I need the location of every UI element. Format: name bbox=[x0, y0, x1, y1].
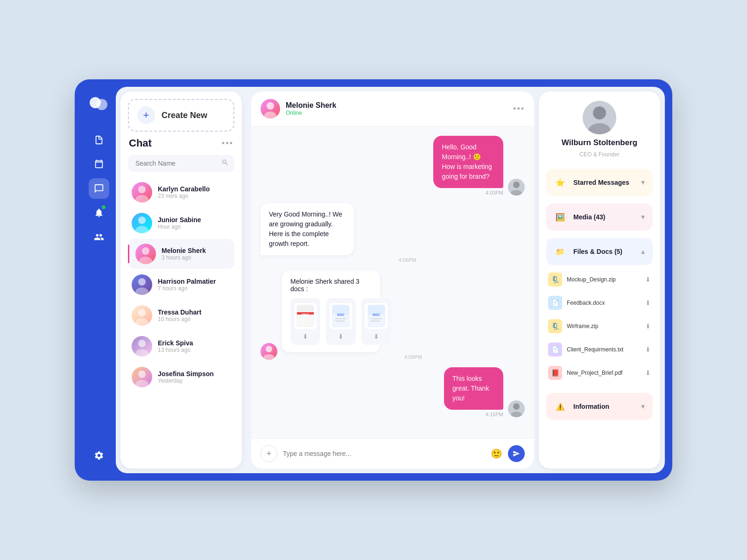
contact-item-tressa[interactable]: Tressa Duhart 10 hours ago bbox=[128, 301, 234, 330]
starred-chevron: ▼ bbox=[640, 179, 646, 186]
svg-point-18 bbox=[513, 182, 520, 188]
contact-info-melonie: Melonie Sherk 3 hours ago bbox=[162, 247, 231, 261]
file-download-client[interactable]: ⬇ bbox=[645, 346, 651, 353]
contact-item-junior[interactable]: Junior Sabine Hour ago bbox=[128, 208, 234, 238]
file-download-mockup[interactable]: ⬇ bbox=[645, 276, 651, 283]
contact-time-junior: Hour ago bbox=[158, 224, 231, 230]
media-icon: 🖼️ bbox=[553, 210, 568, 224]
message-time-4: 4:15PM bbox=[486, 412, 503, 417]
search-icon[interactable] bbox=[221, 159, 229, 168]
sender-avatar-3 bbox=[261, 343, 277, 360]
file-icon-client: 📄 bbox=[548, 343, 562, 357]
doc2-download-icon[interactable]: ⬇ bbox=[374, 333, 379, 340]
doc-file-doc2: DOC ⬇ bbox=[361, 298, 391, 345]
message-add-button[interactable]: + bbox=[261, 445, 277, 462]
svg-point-5 bbox=[135, 226, 148, 233]
file-name-feedback: Feedback.docx bbox=[567, 300, 641, 306]
file-icon-feedback: 📄 bbox=[548, 296, 562, 310]
message-row-3: Melonie Sherk shared 3 docs : bbox=[261, 270, 525, 360]
shared-docs-label: Melonie Sherk shared 3 docs : bbox=[290, 278, 372, 293]
svg-point-15 bbox=[135, 380, 148, 387]
svg-point-8 bbox=[138, 278, 146, 286]
shared-docs-time: 4:09PM bbox=[282, 354, 422, 360]
file-name-wireframe: Wirframe.zip bbox=[567, 323, 641, 329]
contact-name-erick: Erick Spiva bbox=[158, 339, 231, 347]
message-row-4: This looks great. Thank you! 4:15PM bbox=[261, 367, 525, 417]
message-bubble-1: Hello, Good Morning..! 🙂How is marketing… bbox=[433, 136, 503, 188]
svg-point-39 bbox=[588, 123, 611, 134]
svg-point-14 bbox=[138, 371, 146, 378]
app-logo[interactable] bbox=[89, 94, 109, 115]
sidebar-item-calendar[interactable] bbox=[89, 154, 109, 175]
chat-header-info: Melonie Sherk Online bbox=[286, 101, 513, 116]
sender-avatar-1 bbox=[508, 179, 525, 196]
contact-item-josefina[interactable]: Josefina Simpson Yesterday bbox=[128, 362, 234, 392]
chat-section-header: Chat ••• bbox=[128, 137, 234, 149]
message-time-2: 4:06PM bbox=[261, 257, 416, 263]
message-input[interactable] bbox=[283, 450, 485, 457]
svg-point-9 bbox=[135, 287, 148, 295]
file-download-wireframe[interactable]: ⬇ bbox=[645, 322, 651, 330]
message-row-2: Very Good Morning..! We are growing grad… bbox=[261, 203, 525, 263]
contact-info-junior: Junior Sabine Hour ago bbox=[158, 216, 231, 230]
profile-name: Wilburn Stoltenberg bbox=[562, 138, 637, 147]
contact-name-tressa: Tressa Duhart bbox=[158, 308, 231, 316]
message-input-area: + 🙂 bbox=[251, 438, 534, 469]
files-icon: 📁 bbox=[553, 244, 568, 259]
accordion-info-header[interactable]: ⚠️ Information ▼ bbox=[546, 393, 653, 420]
svg-point-36 bbox=[513, 403, 520, 410]
svg-point-3 bbox=[135, 195, 148, 203]
chat-header-avatar bbox=[261, 99, 280, 119]
file-item-mockup: 🗜️ Mockup_Design.zip ⬇ bbox=[546, 269, 653, 290]
accordion-files-header[interactable]: 📁 Files & Docs (5) ▲ bbox=[546, 238, 653, 265]
media-label: Media (43) bbox=[573, 213, 634, 221]
doc-files: PDF ⬇ bbox=[290, 298, 372, 345]
contact-time-erick: 13 hours ago bbox=[158, 347, 231, 353]
accordion-files: 📁 Files & Docs (5) ▲ 🗜️ Mockup_Design.zi… bbox=[546, 238, 653, 385]
contact-item-erick[interactable]: Erick Spiva 13 hours ago bbox=[128, 331, 234, 361]
chat-section-title: Chat bbox=[129, 137, 152, 149]
contact-item-melonie[interactable]: Melonie Sherk 3 hours ago bbox=[128, 239, 234, 269]
file-icon-brief: 📕 bbox=[548, 366, 562, 380]
chat-header-status: Online bbox=[286, 110, 513, 116]
doc-file-doc1: DOC ⬇ bbox=[326, 298, 356, 345]
file-download-feedback[interactable]: ⬇ bbox=[645, 299, 651, 307]
accordion-media-header[interactable]: 🖼️ Media (43) ▼ bbox=[546, 203, 653, 231]
svg-point-19 bbox=[511, 190, 522, 196]
info-label: Information bbox=[573, 403, 634, 410]
chat-menu-button[interactable]: ••• bbox=[222, 139, 233, 148]
sidebar-item-documents[interactable] bbox=[89, 130, 109, 150]
contact-time-tressa: 10 hours ago bbox=[158, 316, 231, 322]
contact-item-karlyn[interactable]: Karlyn Carabello 23 mins ago bbox=[128, 177, 234, 207]
contact-info-tressa: Tressa Duhart 10 hours ago bbox=[158, 308, 231, 322]
sidebar-item-chat[interactable] bbox=[89, 178, 109, 199]
sidebar-item-notifications[interactable] bbox=[89, 203, 109, 223]
active-indicator bbox=[128, 245, 129, 263]
chat-header-menu-button[interactable]: ••• bbox=[513, 104, 525, 114]
profile-avatar bbox=[583, 101, 616, 134]
accordion-info: ⚠️ Information ▼ bbox=[546, 393, 653, 420]
create-new-button[interactable]: + Create New bbox=[128, 99, 234, 132]
svg-point-20 bbox=[266, 346, 272, 352]
search-input[interactable] bbox=[128, 155, 234, 172]
accordion-starred-header[interactable]: ⭐ Starred Messages ▼ bbox=[546, 169, 653, 196]
send-button[interactable] bbox=[508, 445, 525, 462]
create-new-icon: + bbox=[137, 106, 155, 124]
profile-section: Wilburn Stoltenberg CEO & Founder bbox=[546, 101, 653, 161]
sidebar-item-groups[interactable] bbox=[89, 227, 109, 247]
svg-text:DOC: DOC bbox=[373, 313, 380, 316]
contact-name-junior: Junior Sabine bbox=[158, 216, 231, 224]
message-bubble-2: Very Good Morning..! We are growing grad… bbox=[261, 203, 354, 255]
contact-avatar-tressa bbox=[132, 305, 152, 326]
emoji-button[interactable]: 🙂 bbox=[491, 448, 502, 459]
svg-point-38 bbox=[593, 106, 606, 119]
contact-info-karlyn: Karlyn Carabello 23 mins ago bbox=[158, 185, 231, 199]
doc1-download-icon[interactable]: ⬇ bbox=[338, 333, 344, 340]
contact-item-harrison[interactable]: Harrison Palmatier 7 hours ago bbox=[128, 270, 234, 300]
search-container bbox=[128, 155, 234, 172]
sidebar-item-settings[interactable] bbox=[89, 445, 109, 466]
file-download-brief[interactable]: ⬇ bbox=[645, 369, 651, 377]
notification-badge bbox=[102, 205, 106, 209]
messages-container: Hello, Good Morning..! 🙂How is marketing… bbox=[251, 126, 534, 438]
pdf-download-icon[interactable]: ⬇ bbox=[303, 333, 308, 340]
